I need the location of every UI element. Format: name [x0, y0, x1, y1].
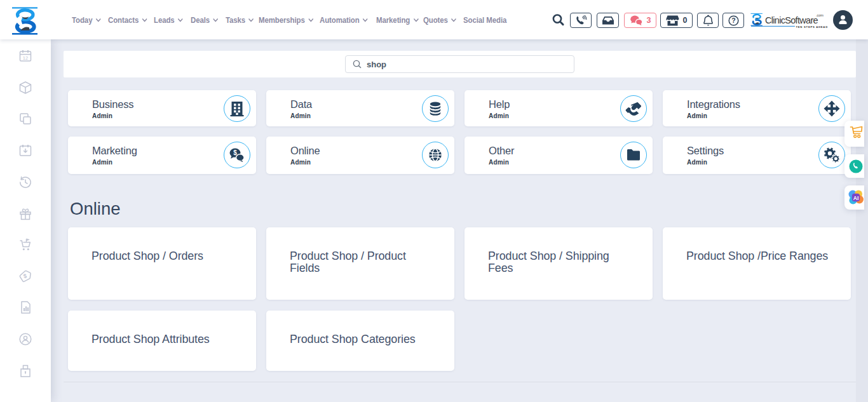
svg-text:TEN STEPS AHEAD: TEN STEPS AHEAD: [796, 25, 828, 29]
svg-text:12: 12: [23, 55, 28, 61]
svg-text:ClinicSoftware: ClinicSoftware: [765, 15, 818, 25]
svg-text:AI: AI: [853, 195, 859, 201]
svg-text:$: $: [23, 272, 27, 279]
svg-text:.com: .com: [816, 13, 824, 17]
svg-text:?: ?: [731, 17, 735, 24]
